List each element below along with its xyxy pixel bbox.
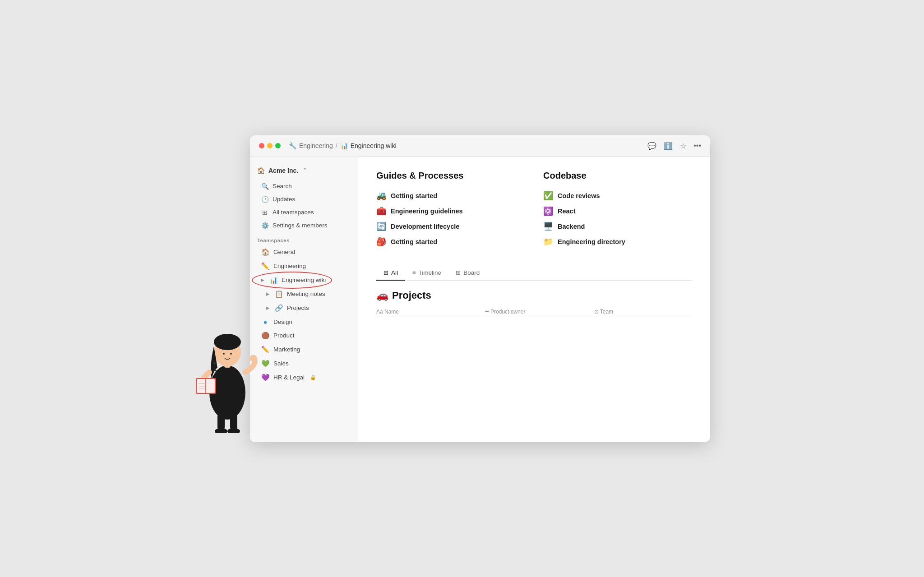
svg-point-4: [227, 428, 240, 433]
col-owner-label: •• Product owner: [485, 309, 525, 315]
sidebar-item-projects[interactable]: ▶ 🔗 Projects: [254, 301, 354, 315]
svg-point-3: [215, 428, 227, 433]
teamspaces-label: Teamspaces: [250, 232, 358, 245]
general-icon: 🏠: [261, 248, 270, 256]
sidebar-item-label: Meeting notes: [287, 291, 325, 297]
col-name-label: Aa Name: [376, 309, 399, 315]
list-item[interactable]: 🚜 Getting started: [376, 188, 525, 203]
sidebar-item-label: Engineering: [273, 263, 306, 269]
list-item[interactable]: 📁 Engineering directory: [543, 234, 692, 249]
titlebar-left: 🔧 Engineering / 📊 Engineering wiki: [259, 142, 397, 149]
tabs-bar: ⊞ All ≡ Timeline ⊞ Board: [376, 266, 692, 281]
wiki-expand-arrow[interactable]: ▶: [261, 277, 264, 282]
guides-list: 🚜 Getting started 🧰 Engineering guidelin…: [376, 188, 525, 249]
tab-label: Timeline: [419, 269, 442, 276]
item-label: Engineering guidelines: [391, 208, 463, 215]
sidebar-item-meeting-notes[interactable]: ▶ 📋 Meeting notes: [254, 287, 354, 301]
workspace-name: Acme Inc.: [268, 167, 298, 174]
svg-point-7: [214, 334, 241, 350]
folder-icon: 📁: [543, 237, 553, 247]
sidebar-item-label: Sales: [273, 360, 289, 367]
sidebar-item-label: Product: [273, 332, 295, 339]
comment-icon[interactable]: 💬: [647, 142, 656, 150]
more-icon[interactable]: •••: [693, 142, 701, 150]
svg-point-8: [223, 353, 225, 355]
browser-body: 🏠 Acme Inc. ⌃ 🔍 Search 🕐 Updates ⊞ All t…: [250, 157, 710, 442]
gear-icon: ⚙️: [261, 222, 269, 229]
sidebar-item-engineering[interactable]: ✏️ Engineering: [254, 259, 354, 273]
sidebar-nav-label: All teamspaces: [273, 209, 314, 216]
item-label: Backend: [558, 223, 585, 230]
item-label: Engineering directory: [558, 238, 625, 245]
sidebar-item-marketing[interactable]: ✏️ Marketing: [254, 343, 354, 356]
board-tab-icon: ⊞: [456, 269, 461, 276]
tractor-icon: 🚜: [376, 191, 386, 201]
sidebar-item-label: Marketing: [273, 346, 300, 353]
sidebar-item-search[interactable]: 🔍 Search: [254, 180, 354, 193]
titlebar: 🔧 Engineering / 📊 Engineering wiki 💬 ℹ️ …: [250, 135, 710, 157]
wiki-icon: 📊: [269, 276, 278, 284]
info-icon[interactable]: ℹ️: [664, 142, 673, 150]
tab-all[interactable]: ⊞ All: [376, 266, 405, 281]
item-label: Getting started: [391, 192, 437, 199]
traffic-lights: [259, 143, 281, 148]
list-item[interactable]: ⚛️ React: [543, 203, 692, 219]
list-item[interactable]: 🔄 Development lifecycle: [376, 219, 525, 234]
tab-label: All: [391, 269, 398, 276]
projects-emoji: 🚗: [376, 290, 388, 301]
close-button[interactable]: [259, 143, 264, 148]
breadcrumb-parent-icon: 🔧: [289, 142, 296, 149]
guides-title: Guides & Processes: [376, 171, 525, 181]
sidebar-item-all-teamspaces[interactable]: ⊞ All teamspaces: [254, 206, 354, 219]
list-item[interactable]: 🖥️ Backend: [543, 219, 692, 234]
breadcrumb-parent[interactable]: Engineering: [299, 142, 333, 149]
search-icon: 🔍: [261, 183, 269, 190]
clock-icon: 🕐: [261, 196, 269, 203]
list-item[interactable]: ✅ Code reviews: [543, 188, 692, 203]
sidebar-item-updates[interactable]: 🕐 Updates: [254, 193, 354, 206]
workspace-icon: 🏠: [257, 167, 265, 174]
sidebar-item-general[interactable]: 🏠 General: [254, 245, 354, 259]
checkmark-icon: ✅: [543, 191, 553, 201]
breadcrumb-separator: /: [336, 142, 337, 149]
svg-text:✦: ✦: [212, 360, 217, 367]
sidebar-item-engineering-wiki[interactable]: ▶ 📊 Engineering wiki: [254, 273, 354, 287]
computer-icon: 🖥️: [543, 222, 553, 231]
projects-title-text: Projects: [392, 290, 431, 301]
sidebar-item-hr-legal[interactable]: 💜 HR & Legal 🔒: [254, 371, 354, 384]
lock-icon: 🔒: [310, 374, 316, 380]
sidebar-item-product[interactable]: 🟤 Product: [254, 329, 354, 342]
sidebar-item-label: Design: [273, 319, 292, 325]
workspace-switcher[interactable]: 🏠 Acme Inc. ⌃: [250, 164, 358, 180]
star-icon[interactable]: ☆: [680, 142, 686, 150]
guides-section: Guides & Processes 🚜 Getting started 🧰 E…: [376, 171, 525, 249]
sidebar-item-label: HR & Legal: [273, 374, 305, 381]
grid-icon: ⊞: [261, 209, 269, 216]
tab-timeline[interactable]: ≡ Timeline: [405, 266, 448, 281]
breadcrumb-current-icon: 📊: [340, 142, 348, 149]
sidebar-item-sales[interactable]: 💚 Sales: [254, 357, 354, 370]
breadcrumb: 🔧 Engineering / 📊 Engineering wiki: [289, 142, 397, 149]
workspace-arrow: ⌃: [303, 167, 307, 173]
codebase-title: Codebase: [543, 171, 692, 181]
projects-heading: 🚗 Projects: [376, 290, 692, 301]
svg-text:✦: ✦: [214, 368, 217, 373]
sidebar-item-label: General: [273, 249, 295, 255]
refresh-icon: 🔄: [376, 222, 386, 231]
sidebar-nav-label: Updates: [273, 196, 295, 203]
svg-point-9: [230, 353, 232, 355]
list-item[interactable]: 🧰 Engineering guidelines: [376, 203, 525, 219]
codebase-list: ✅ Code reviews ⚛️ React 🖥️ Backend: [543, 188, 692, 249]
tab-board[interactable]: ⊞ Board: [448, 266, 487, 281]
col-product-owner: •• Product owner: [485, 309, 583, 315]
react-icon: ⚛️: [543, 206, 553, 216]
minimize-button[interactable]: [267, 143, 273, 148]
list-item[interactable]: 🎒 Getting started: [376, 234, 525, 249]
timeline-tab-icon: ≡: [412, 269, 416, 276]
codebase-section: Codebase ✅ Code reviews ⚛️ React: [543, 171, 692, 249]
maximize-button[interactable]: [275, 143, 281, 148]
sidebar-item-settings[interactable]: ⚙️ Settings & members: [254, 219, 354, 232]
item-label: Development lifecycle: [391, 223, 459, 230]
sidebar-item-design[interactable]: ● Design: [254, 315, 354, 328]
sidebar-nav-label: Settings & members: [273, 222, 328, 229]
